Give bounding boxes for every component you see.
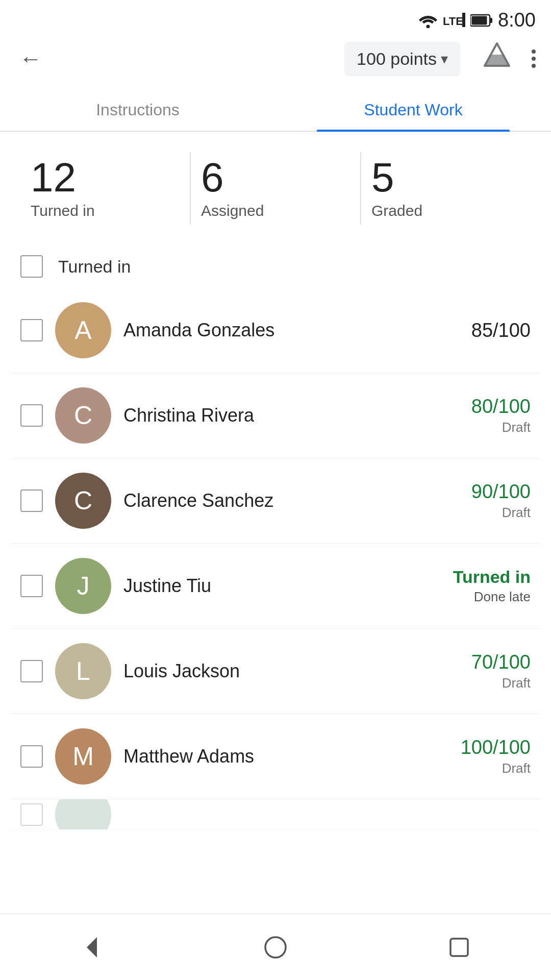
battery-icon	[470, 13, 493, 28]
tab-student-work[interactable]: Student Work	[276, 86, 551, 131]
student-item[interactable]: M Matthew Adams 100/100 Draft	[10, 714, 541, 799]
student-item[interactable]: L Louis Jackson 70/100 Draft	[10, 629, 541, 714]
student-grade: Turned in Done late	[449, 567, 531, 605]
section-header: Turned in	[0, 240, 551, 288]
chevron-down-icon: ▾	[441, 51, 448, 67]
student-checkbox	[20, 803, 43, 826]
app-bar: ← 100 points ▾	[0, 36, 551, 86]
student-name: Amanda Gonzales	[123, 320, 437, 341]
svg-rect-4	[490, 18, 492, 23]
student-grade: 100/100 Draft	[449, 737, 531, 776]
grade-value: 90/100	[449, 481, 531, 503]
turned-in-status: Turned in	[449, 567, 531, 587]
svg-rect-13	[450, 939, 468, 956]
stats-row: 12 Turned in 6 Assigned 5 Graded	[0, 132, 551, 240]
student-checkbox[interactable]	[20, 575, 43, 597]
student-checkbox[interactable]	[20, 660, 43, 682]
student-item[interactable]: C Clarence Sanchez 90/100 Draft	[10, 458, 541, 544]
grade-sub: Draft	[449, 505, 531, 521]
grade-sub: Draft	[449, 761, 531, 776]
nav-recent-button[interactable]	[439, 927, 480, 968]
stat-turned-in: 12 Turned in	[20, 152, 191, 225]
more-options-icon[interactable]	[532, 50, 536, 68]
points-selector[interactable]: 100 points ▾	[344, 42, 460, 76]
grade-value: 80/100	[449, 396, 531, 418]
avatar	[55, 799, 111, 830]
status-time: 8:00	[498, 9, 536, 31]
select-all-checkbox[interactable]	[20, 255, 43, 278]
done-late-label: Done late	[449, 589, 531, 605]
status-bar: LTE 8:00	[0, 0, 551, 36]
lte-icon: LTE	[443, 13, 465, 28]
section-label: Turned in	[58, 257, 131, 277]
student-name: Christina Rivera	[123, 405, 437, 426]
student-checkbox[interactable]	[20, 319, 43, 341]
student-list: A Amanda Gonzales 85/100 C Christina Riv…	[0, 288, 551, 830]
student-grade: 85/100	[449, 320, 531, 341]
avatar: L	[55, 643, 111, 699]
student-name: Louis Jackson	[123, 660, 437, 682]
grade-value: 85/100	[449, 320, 531, 341]
nav-back-button[interactable]	[71, 927, 112, 968]
grade-value: 70/100	[449, 651, 531, 673]
tab-instructions[interactable]: Instructions	[0, 86, 276, 131]
wifi-icon	[418, 13, 438, 28]
avatar: A	[55, 302, 111, 358]
back-button[interactable]: ←	[15, 43, 46, 74]
drive-icon[interactable]	[481, 41, 513, 76]
avatar: C	[55, 473, 111, 529]
student-grade: 90/100 Draft	[449, 481, 531, 521]
svg-marker-10	[485, 55, 509, 66]
student-checkbox[interactable]	[20, 745, 43, 768]
assigned-number: 6	[201, 157, 350, 198]
student-checkbox[interactable]	[20, 404, 43, 427]
grade-value: 100/100	[449, 737, 531, 758]
assigned-label: Assigned	[201, 202, 350, 219]
student-item[interactable]: A Amanda Gonzales 85/100	[10, 288, 541, 373]
graded-label: Graded	[371, 202, 520, 219]
student-checkbox[interactable]	[20, 489, 43, 512]
grade-sub: Draft	[449, 420, 531, 435]
avatar: C	[55, 387, 111, 444]
bottom-nav	[0, 914, 551, 980]
student-name: Matthew Adams	[123, 746, 437, 767]
student-item[interactable]: C Christina Rivera 80/100 Draft	[10, 373, 541, 458]
turned-in-number: 12	[31, 157, 180, 198]
nav-home-button[interactable]	[255, 927, 296, 968]
points-label: 100 points	[357, 49, 437, 69]
grade-sub: Draft	[449, 675, 531, 691]
student-grade: 70/100 Draft	[449, 651, 531, 691]
status-icons: LTE 8:00	[418, 9, 536, 31]
tabs: Instructions Student Work	[0, 86, 551, 132]
turned-in-label: Turned in	[31, 202, 180, 219]
student-name: Clarence Sanchez	[123, 490, 437, 511]
graded-number: 5	[371, 157, 520, 198]
svg-rect-5	[472, 16, 487, 24]
svg-text:LTE: LTE	[443, 15, 463, 28]
avatar: M	[55, 728, 111, 785]
student-item-partial	[10, 799, 541, 830]
student-name: Justine Tiu	[123, 575, 437, 597]
svg-point-12	[265, 937, 286, 958]
svg-point-0	[427, 24, 430, 28]
student-grade: 80/100 Draft	[449, 396, 531, 435]
stat-graded: 5 Graded	[361, 152, 531, 225]
avatar: J	[55, 558, 111, 614]
svg-marker-2	[462, 13, 465, 27]
student-item[interactable]: J Justine Tiu Turned in Done late	[10, 544, 541, 629]
stat-assigned: 6 Assigned	[191, 152, 361, 225]
svg-marker-11	[87, 937, 97, 958]
